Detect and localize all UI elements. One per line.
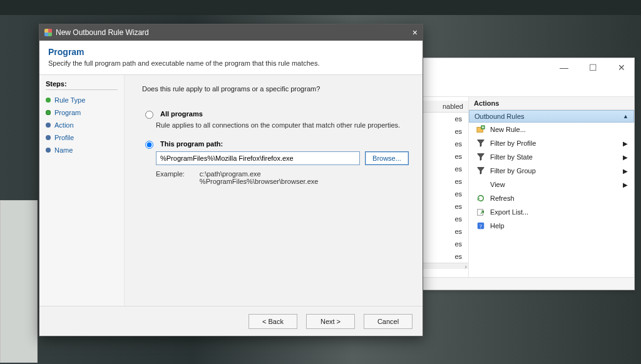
table-cell[interactable]: es [416,200,468,213]
mmc-rules-column: nabled eseseseseseseseseseseses › [416,97,469,277]
chevron-right-icon: ▶ [623,154,628,161]
mmc-menubar [416,77,634,97]
table-cell[interactable]: es [416,188,468,200]
step-program[interactable]: Program [46,106,118,119]
action-label: Filter by Group [490,167,536,174]
action-filter-by-profile[interactable]: Filter by Profile▶ [469,136,634,150]
step-name[interactable]: Name [46,144,118,156]
steps-heading: Steps: [46,80,118,90]
table-cell[interactable]: es [416,213,468,225]
radio-all-programs[interactable] [145,111,153,119]
action-help[interactable]: ?Help [469,219,634,233]
step-dot-icon [46,135,51,140]
close-icon[interactable]: × [413,28,418,38]
svg-text:?: ? [479,223,482,230]
export-icon [476,208,485,216]
action-export-list[interactable]: Export List... [469,205,634,219]
action-filter-by-group[interactable]: Filter by Group▶ [469,164,634,178]
option-all-programs-desc: Rule applies to all connections on the c… [156,121,409,129]
action-label: View [490,181,505,188]
action-view[interactable]: View▶ [469,178,634,191]
action-label: Filter by State [490,153,533,161]
actions-pane-header: Actions [469,97,634,110]
wizard-content: Does this rule apply to all programs or … [125,75,423,306]
action-label: New Rule... [490,126,526,133]
wizard-page-subtitle: Specify the full program path and execut… [48,59,414,67]
step-dot-icon [46,110,51,115]
action-label: Export List... [490,208,528,216]
action-new-rule[interactable]: New Rule... [469,123,634,136]
option-all-programs[interactable]: All programs [142,109,409,119]
funnel-icon [476,153,485,161]
blank-icon [476,180,485,189]
desktop-bg [0,200,38,363]
step-label: Name [54,146,73,154]
step-profile[interactable]: Profile [46,131,118,144]
maximize-button[interactable]: ☐ [584,63,602,73]
collapse-icon: ▲ [623,113,628,119]
example-line: c:\path\program.exe [200,170,319,178]
table-cell[interactable]: es [416,250,468,263]
back-button[interactable]: < Back [249,314,297,329]
wizard-header: Program Specify the full program path an… [39,41,423,75]
browse-button[interactable]: Browse... [365,151,409,165]
table-cell[interactable]: es [416,175,468,188]
chevron-right-icon: ▶ [623,181,628,188]
wizard-titlebar[interactable]: New Outbound Rule Wizard × [39,24,423,41]
table-cell[interactable]: es [416,150,468,163]
actions-context-bar[interactable]: Outbound Rules ▲ [469,110,634,123]
prompt-text: Does this rule apply to all programs or … [142,85,409,93]
wizard-page-title: Program [48,47,414,57]
chevron-right-icon: ▶ [623,140,628,147]
wizard-button-row: < Back Next > Cancel [39,306,423,336]
funnel-icon [476,139,485,148]
desktop-bg [0,0,641,15]
minimize-button[interactable]: — [555,63,573,73]
chevron-right-icon: ▶ [623,168,628,174]
action-label: Refresh [490,195,515,202]
newrule-icon [476,125,485,134]
example-line: %ProgramFiles%\browser\browser.exe [200,178,319,185]
table-cell[interactable]: es [416,113,468,125]
close-button[interactable]: ✕ [613,63,630,73]
action-filter-by-state[interactable]: Filter by State▶ [469,150,634,164]
table-cell[interactable]: es [416,225,468,238]
step-dot-icon [46,123,51,128]
option-this-program-path[interactable]: This program path: [142,139,409,149]
step-label: Rule Type [54,96,85,104]
wizard-title-text: New Outbound Rule Wizard [56,28,149,37]
mmc-window: — ☐ ✕ nabled eseseseseseseseseseseses › … [416,58,635,290]
action-refresh[interactable]: Refresh [469,191,634,205]
radio-this-program-path[interactable] [145,141,153,149]
table-cell[interactable]: es [416,125,468,138]
step-dot-icon [46,148,51,153]
horizontal-scrollbar[interactable]: › [416,263,468,269]
refresh-icon [476,194,485,203]
wizard-steps: Steps: Rule TypeProgramActionProfileName [39,75,125,306]
option-all-programs-label: All programs [160,110,203,118]
example-block: Example: c:\path\program.exe %ProgramFil… [156,170,409,185]
help-icon: ? [476,221,485,230]
cancel-button[interactable]: Cancel [364,314,413,329]
table-cell[interactable]: es [416,163,468,175]
step-action[interactable]: Action [46,119,118,131]
actions-pane: Actions Outbound Rules ▲ New Rule...Filt… [469,97,634,277]
program-path-input[interactable] [156,151,360,165]
step-label: Action [54,121,74,129]
wizard-dialog: New Outbound Rule Wizard × Program Speci… [39,24,423,336]
next-button[interactable]: Next > [306,314,355,329]
mmc-statusbar [416,277,634,290]
step-dot-icon [46,98,51,103]
option-this-program-path-label: This program path: [160,140,223,148]
table-cell[interactable]: es [416,238,468,250]
step-label: Program [54,109,81,116]
step-label: Profile [54,134,74,141]
table-cell[interactable]: es [416,138,468,150]
action-label: Help [490,222,505,230]
step-rule-type[interactable]: Rule Type [46,94,118,106]
actions-context-label: Outbound Rules [474,113,525,120]
action-label: Filter by Profile [490,139,536,147]
firewall-icon [44,29,52,36]
funnel-icon [476,166,485,175]
column-header-enabled[interactable]: nabled [416,101,468,113]
